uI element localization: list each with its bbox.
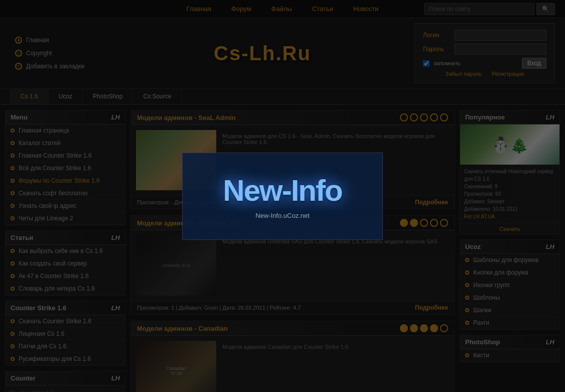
overlay-box: New-Info New-Info.uCoz.net xyxy=(182,153,383,240)
overlay-title: New-Info xyxy=(213,173,352,208)
overlay[interactable]: New-Info New-Info.uCoz.net xyxy=(0,0,565,392)
overlay-subtitle: New-Info.uCoz.net xyxy=(213,212,352,219)
